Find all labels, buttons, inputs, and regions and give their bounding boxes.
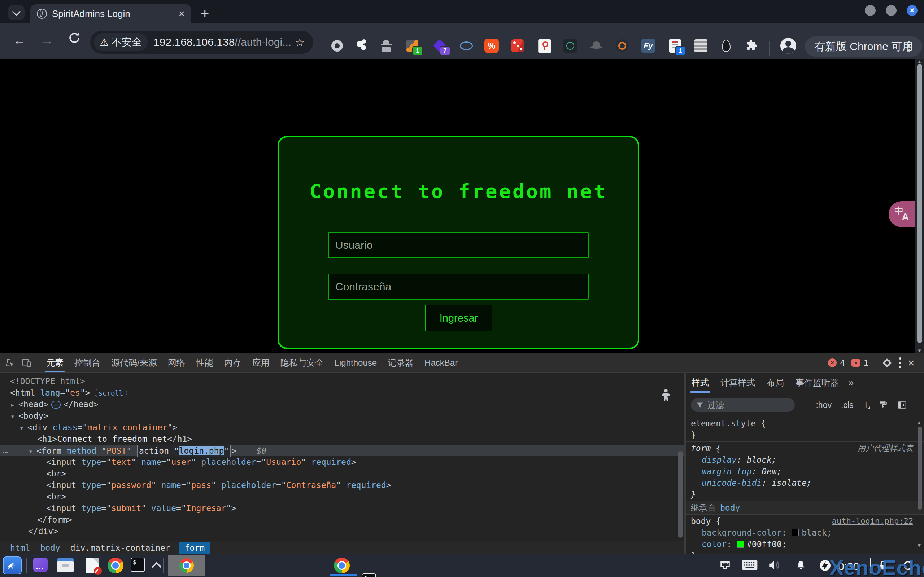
color-swatch[interactable] — [737, 541, 744, 548]
inherited-from-link[interactable]: body — [720, 503, 740, 513]
dom-tree-row[interactable]: </div> — [0, 525, 684, 537]
active-window-button[interactable] — [168, 554, 205, 576]
devtools-tab-memory[interactable]: 内存 — [219, 353, 247, 372]
css-property[interactable]: margin-top: 0em; — [686, 466, 924, 477]
css-property[interactable]: display: block; — [686, 454, 924, 466]
dom-tree-row[interactable]: ▸<head>…</head> — [0, 398, 684, 410]
browser-tab[interactable]: SpiritAdmins Login × — [30, 4, 191, 23]
extension-ribbon-icon[interactable]: 7 — [432, 38, 447, 54]
extension-tile-icon[interactable] — [536, 38, 552, 54]
page-scrollbar[interactable]: ▲ ▼ — [915, 59, 924, 353]
extension-cube-icon[interactable]: 1 — [404, 38, 420, 54]
paint-format-icon[interactable] — [879, 400, 888, 410]
devtools-tab-sources[interactable]: 源代码/来源 — [106, 353, 162, 372]
devtools-tab-performance[interactable]: 性能 — [191, 353, 219, 372]
tab-close-icon[interactable]: × — [178, 8, 185, 20]
dom-tree-row[interactable]: <h1>Connect to freedom net</h1> — [0, 433, 684, 445]
dom-scrollbar-thumb[interactable] — [678, 451, 683, 538]
extensions-puzzle-icon[interactable] — [744, 38, 760, 54]
inspect-element-icon[interactable] — [5, 357, 16, 368]
keyboard-tray-icon[interactable] — [741, 559, 758, 571]
security-chip[interactable]: ⚠ 不安全 — [94, 33, 148, 51]
password-input[interactable] — [328, 274, 589, 300]
styles-pane-tab[interactable]: 计算样式 — [715, 372, 761, 393]
styles-filter-input[interactable]: 过滤 — [691, 398, 795, 412]
extension-target-icon[interactable] — [614, 38, 630, 54]
extension-detective-icon[interactable] — [378, 38, 394, 54]
dom-tree-row[interactable]: <!DOCTYPE html> — [0, 376, 684, 387]
scroll-down-icon[interactable]: ▼ — [917, 348, 922, 353]
more-tabs-icon[interactable]: » — [845, 377, 858, 388]
dom-tree-row[interactable]: <html lang="es">scroll — [0, 387, 684, 398]
terminal-launcher-button[interactable]: $_ — [131, 558, 145, 572]
css-property[interactable]: color: #00ff00; — [686, 538, 924, 550]
dom-tree-row[interactable]: <br> — [0, 468, 684, 479]
devtools-tab-recorder[interactable]: 记录器 — [382, 353, 419, 372]
network-tray-icon[interactable] — [719, 559, 731, 571]
extension-dark-ring-icon[interactable] — [562, 38, 578, 54]
color-swatch[interactable] — [792, 529, 799, 536]
styles-pane-tab[interactable]: 事件监听器 — [790, 372, 845, 393]
extension-hat-icon[interactable] — [588, 38, 604, 54]
error-badge-icon[interactable]: × — [828, 358, 837, 367]
extension-foxyproxy-icon[interactable]: Fy — [640, 38, 656, 54]
browser-menu-icon[interactable] — [908, 41, 910, 52]
devtools-tab-privacy[interactable]: 隐私与安全 — [275, 353, 329, 372]
extension-paw-icon[interactable] — [354, 38, 370, 54]
dom-tree-row[interactable]: ▾<div class="matrix-container"> — [0, 422, 684, 433]
styles-pane-tab[interactable]: 布局 — [761, 372, 790, 393]
disclosure-arrow-icon[interactable]: ▾ — [19, 422, 27, 434]
extension-flame-icon[interactable] — [718, 38, 734, 54]
pseudo-state-toggle[interactable]: :hov — [816, 400, 831, 410]
dom-tree-row[interactable]: ▾<body> — [0, 410, 684, 422]
dom-tree-row[interactable]: <input type="password" name="pass" place… — [0, 479, 684, 491]
issues-icon[interactable]: × — [851, 359, 860, 367]
translate-button[interactable]: 中 A — [888, 201, 916, 227]
profile-avatar[interactable] — [780, 38, 796, 54]
panel-expand-chevron-icon[interactable] — [152, 562, 162, 572]
minimize-button[interactable] — [865, 5, 876, 16]
breadcrumb-item[interactable]: form — [179, 542, 210, 554]
login-submit-button[interactable]: Ingresar — [425, 305, 492, 331]
extension-stripes-icon[interactable] — [693, 38, 709, 54]
address-bar[interactable]: ⚠ 不安全 192.168.106.138//auth-logi... ☆ — [90, 31, 313, 54]
new-style-rule-button[interactable]: + — [863, 399, 869, 411]
breadcrumb-item[interactable]: body — [40, 543, 60, 553]
accessibility-person-icon[interactable] — [657, 387, 674, 403]
devtools-menu-icon[interactable] — [899, 357, 901, 368]
breadcrumb-item[interactable]: div.matrix-container — [70, 543, 170, 553]
css-selector[interactable]: form — [691, 443, 711, 453]
attribute-edit-box[interactable]: action="login.php" — [137, 445, 231, 457]
extension-code-icon[interactable]: % — [484, 38, 499, 54]
new-tab-button[interactable]: + — [201, 6, 209, 22]
chrome-launcher-button[interactable] — [108, 558, 123, 574]
class-toggle[interactable]: .cls — [841, 400, 854, 410]
extension-ring-icon[interactable] — [329, 38, 345, 54]
back-button[interactable]: ← — [13, 33, 26, 48]
file-manager-button[interactable] — [57, 558, 74, 571]
stylesheet-source-link[interactable]: auth-login.php:22 — [832, 515, 913, 527]
scrollbar-thumb[interactable] — [917, 64, 922, 343]
app-menu-button[interactable] — [33, 558, 48, 572]
maximize-button[interactable] — [886, 5, 897, 16]
disclosure-arrow-icon[interactable]: ▸ — [10, 399, 18, 410]
extension-page-icon[interactable]: 1 — [667, 38, 683, 54]
devtools-tab-application[interactable]: 应用 — [247, 353, 275, 372]
css-selector[interactable]: element.style — [691, 419, 756, 428]
dom-tree-row[interactable]: </form> — [0, 514, 684, 525]
dom-tree-row[interactable]: <input type="text" name="user" placehold… — [0, 456, 684, 468]
sidebar-toggle-icon[interactable] — [897, 400, 907, 410]
css-selector[interactable]: body — [691, 516, 711, 526]
devtools-tab-hackbar[interactable]: HackBar — [419, 353, 463, 372]
chrome-update-button[interactable]: 有新版 Chrome 可用 — [805, 36, 922, 56]
devtools-tab-console[interactable]: 控制台 — [69, 353, 106, 372]
devtools-tab-network[interactable]: 网络 — [162, 353, 191, 372]
styles-scroll-down-icon[interactable]: ▼ — [916, 542, 922, 548]
extension-dice-icon[interactable] — [510, 38, 525, 54]
scroll-up-icon[interactable]: ▲ — [917, 59, 922, 64]
volume-tray-icon[interactable] — [767, 559, 780, 571]
devtools-close-icon[interactable]: × — [908, 356, 914, 370]
dom-tree-row[interactable]: <input type="submit" value="Ingresar"> — [0, 502, 684, 514]
text-editor-button[interactable] — [86, 558, 99, 574]
disclosure-arrow-icon[interactable]: ▾ — [10, 410, 18, 422]
